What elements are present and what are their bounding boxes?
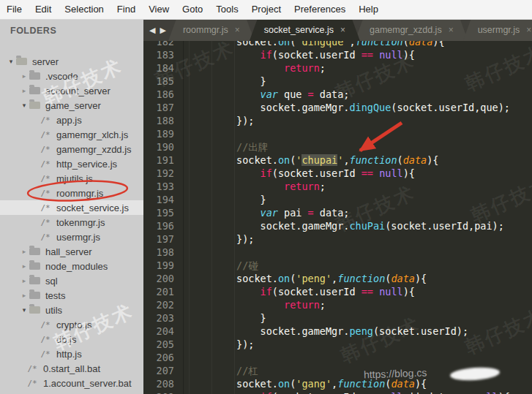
line-number: 191 [143,154,174,167]
tree-row-http.js[interactable]: /*http.js [0,346,143,361]
collapse-arrow-icon[interactable]: ▾ [6,58,16,65]
tree-row-sql[interactable]: ▸sql [0,273,143,288]
tree-row-http_service.js[interactable]: /*http_service.js [0,156,143,171]
line-number: 187 [143,101,174,114]
indent-guide [234,41,235,394]
menu-item-edit[interactable]: Edit [29,0,58,19]
menu-item-goto[interactable]: Goto [176,0,209,19]
file-icon: /* [26,379,38,388]
menu-item-view[interactable]: View [142,0,176,19]
code-line[interactable]: 183 if(socket.userId == null){ [143,48,532,61]
tree-row-roommgr.js[interactable]: /*roommgr.js [0,186,143,200]
code-line[interactable]: 186 var que = data; [143,88,532,101]
code-text [174,351,189,364]
code-line[interactable]: 195 var pai = data; [143,206,532,219]
tree-item-label: http_service.js [56,159,117,170]
tab-close-icon[interactable]: × [526,25,531,35]
code-line[interactable]: 199 //碰 [143,259,532,272]
code-line[interactable]: 189 [143,127,532,140]
tree-row-account_server[interactable]: ▸account_server [0,83,143,98]
menu-item-preferences[interactable]: Preferences [288,0,352,19]
code-editor[interactable]: 182 socket.on('dingque',function(data){1… [143,41,532,394]
tab-gamemgr_xzdd.js[interactable]: gamemgr_xzdd.js× [355,19,468,41]
expand-arrow-icon[interactable]: ▸ [19,87,29,94]
tab-nav-forward-icon[interactable]: ▶ [160,19,165,41]
tree-row-mjutils.js[interactable]: /*mjutils.js [0,171,143,186]
menu-item-help[interactable]: Help [352,0,385,19]
tab-nav-back-icon[interactable]: ◀ [149,19,155,41]
line-number: 193 [143,180,174,193]
code-line[interactable]: 206 [143,351,532,364]
tree-row-gamemgr_xlch.js[interactable]: /*gamemgr_xlch.js [0,127,143,142]
code-text: }); [174,232,254,246]
collapse-arrow-icon[interactable]: ▾ [19,306,29,314]
expand-arrow-icon[interactable]: ▸ [19,292,29,299]
tree-row-2.hall_server.bat[interactable]: /*2.hall_server.bat [0,390,143,394]
tree-row-node_modules[interactable]: ▸node_modules [0,259,143,273]
code-line[interactable]: 205 }); [143,338,532,351]
expand-arrow-icon[interactable]: ▸ [19,262,29,270]
code-line[interactable]: 190 //出牌 [143,140,532,154]
code-line[interactable]: 184 return; [143,61,532,75]
code-line[interactable]: 194 } [143,193,532,206]
tree-row-db.js[interactable]: /*db.js [0,332,143,346]
tree-row-tokenmgr.js[interactable]: /*tokenmgr.js [0,215,143,230]
tree-row-app.js[interactable]: /*app.js [0,113,143,127]
expand-arrow-icon[interactable]: ▸ [19,72,29,80]
tree-row-hall_server[interactable]: ▸hall_server [0,244,143,259]
code-text: } [174,75,266,88]
code-line[interactable]: 208 socket.on('gang',function(data){ [143,377,532,390]
code-line[interactable]: 200 socket.on('peng',function(data){ [143,272,532,285]
indent-guide [189,41,190,394]
code-line[interactable]: 207 //杠 [143,364,532,377]
code-line[interactable]: 203 } [143,311,532,325]
tree-row-.vscode[interactable]: ▸.vscode [0,69,143,83]
tree-row-tests[interactable]: ▸tests [0,288,143,303]
code-text: //杠 [174,364,258,377]
tree-row-usermgr.js[interactable]: /*usermgr.js [0,230,143,244]
code-line[interactable]: 197 }); [143,232,532,246]
code-line[interactable]: 182 socket.on('dingque',function(data){ [143,41,532,48]
code-line[interactable]: 191 socket.on('chupai',function(data){ [143,154,532,167]
tree-row-socket_service.js[interactable]: /*socket_service.js [0,200,143,215]
tree-row-game_server[interactable]: ▾game_server [0,98,143,113]
tab-close-icon[interactable]: × [449,25,454,35]
tree-item-label: tokenmgr.js [56,217,105,228]
tree-row-server[interactable]: ▾server [0,54,143,69]
tree-row-1.account_server.bat[interactable]: /*1.account_server.bat [0,376,143,390]
code-line[interactable]: 202 return; [143,298,532,311]
folder-icon [29,306,40,314]
tree-row-0.start_all.bat[interactable]: /*0.start_all.bat [0,361,143,376]
code-line[interactable]: 185 } [143,75,532,88]
code-line[interactable]: 198 [143,246,532,259]
code-line[interactable]: 187 socket.gameMgr.dingQue(socket.userId… [143,101,532,114]
menu-item-find[interactable]: Find [110,0,142,19]
code-line[interactable]: 188 }); [143,114,532,127]
code-line[interactable]: 192 if(socket.userId == null){ [143,167,532,180]
line-number: 183 [143,48,174,61]
expand-arrow-icon[interactable]: ▸ [19,277,29,284]
line-number: 207 [143,364,174,377]
code-line[interactable]: 196 socket.gameMgr.chuPai(socket.userId,… [143,219,532,232]
menu-item-selection[interactable]: Selection [58,0,110,19]
menu-item-tools[interactable]: Tools [209,0,244,19]
tree-row-utils[interactable]: ▾utils [0,303,143,317]
code-line[interactable]: 193 return; [143,180,532,193]
tab-socket_service.js[interactable]: socket_service.js× [250,19,360,41]
tab-close-icon[interactable]: × [235,25,240,35]
expand-arrow-icon[interactable]: ▸ [19,248,29,255]
tree-row-crypto.js[interactable]: /*crypto.js [0,317,143,332]
line-number: 203 [143,311,174,325]
tree-row-gamemgr_xzdd.js[interactable]: /*gamemgr_xzdd.js [0,142,143,156]
tab-roommgr.js[interactable]: roommgr.js× [168,19,255,41]
code-line[interactable]: 201 if(socket.userId == null){ [143,285,532,298]
collapse-arrow-icon[interactable]: ▾ [19,102,29,109]
menu-item-file[interactable]: File [0,0,29,19]
tab-usermgr.js[interactable]: usermgr.js× [463,19,532,41]
file-icon: /* [40,159,51,169]
tree-item-label: usermgr.js [56,232,100,243]
code-line[interactable]: 209 if(socket.userId == null || data == … [143,390,532,394]
tab-close-icon[interactable]: × [340,25,345,35]
code-line[interactable]: 204 socket.gameMgr.peng(socket.userId); [143,325,532,338]
menu-item-project[interactable]: Project [245,0,288,19]
